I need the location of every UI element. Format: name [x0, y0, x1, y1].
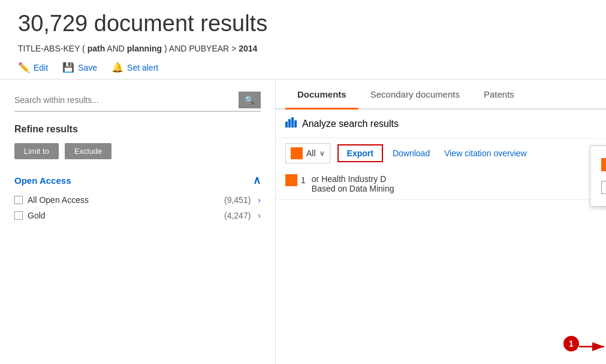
search-within-button[interactable]: 🔍 — [239, 92, 261, 108]
result-text-container: or Health Industry D Based on Data Minin… — [312, 174, 394, 193]
refine-buttons: Limit to Exclude — [14, 143, 261, 159]
exclude-button[interactable]: Exclude — [65, 143, 111, 159]
analyze-bar[interactable]: Analyze search results — [276, 110, 606, 138]
view-citation-button[interactable]: View citation overview — [437, 145, 533, 162]
filter-gold: Gold (4,247) › — [14, 211, 261, 220]
save-icon: 💾 — [62, 62, 74, 73]
svg-rect-0 — [285, 122, 288, 128]
edit-link[interactable]: ✏️ Edit — [18, 62, 48, 73]
save-link[interactable]: 💾 Save — [62, 62, 97, 73]
select-page-checkbox — [601, 181, 606, 194]
all-label: All — [306, 148, 316, 158]
filter-arrow-gold[interactable]: › — [258, 211, 261, 220]
filter-all-open-access: All Open Access (9,451) › — [14, 195, 261, 205]
results-title: 30,729 document results — [18, 11, 588, 37]
query-op-1: AND — [105, 44, 127, 53]
tab-secondary-documents[interactable]: Secondary documents — [358, 80, 472, 110]
result-checkbox[interactable] — [285, 174, 297, 186]
save-label: Save — [78, 63, 97, 72]
header: 30,729 document results TITLE-ABS-KEY ( … — [0, 0, 606, 80]
svg-rect-3 — [294, 120, 297, 128]
chevron-down-icon: ∨ — [319, 149, 325, 157]
filter-label-gold: Gold — [28, 211, 219, 220]
result-subtitle: Based on Data Mining — [312, 184, 394, 193]
all-checkbox — [291, 147, 303, 159]
result-title: or Health Industry D — [312, 174, 394, 184]
set-alert-link[interactable]: 🔔 Set alert — [111, 62, 158, 73]
bar-chart-icon — [285, 117, 297, 131]
open-access-label: Open Access — [14, 175, 71, 186]
select-dropdown: × Select all Select page — [590, 145, 606, 207]
action-links: ✏️ Edit 💾 Save 🔔 Set alert — [18, 62, 588, 73]
svg-rect-2 — [291, 117, 294, 128]
analyze-text: Analyze search results — [302, 119, 399, 129]
filter-count-all-oa: (9,451) — [224, 195, 251, 205]
edit-label: Edit — [34, 63, 48, 72]
sidebar: 🔍 Refine results Limit to Exclude Open A… — [0, 80, 276, 364]
annotation-badge-1: 1 — [563, 336, 579, 351]
tabs: Documents Secondary documents Patents — [276, 80, 606, 110]
refine-title: Refine results — [14, 124, 261, 135]
filter-checkbox-all-oa[interactable] — [14, 196, 23, 204]
select-page-item[interactable]: Select page — [599, 176, 606, 199]
download-button[interactable]: Download — [385, 145, 437, 162]
query-line: TITLE-ABS-KEY ( path AND planning ) AND … — [18, 44, 588, 53]
annotation-arrow-1 — [579, 341, 606, 353]
query-keyword-1: path — [88, 44, 105, 53]
right-content: Documents Secondary documents Patents An… — [276, 80, 606, 364]
search-within-container: 🔍 — [14, 92, 261, 112]
result-row: 1 or Health Industry D Based on Data Min… — [276, 168, 606, 200]
query-suffix: ) AND PUBYEAR > — [162, 44, 239, 53]
result-number-container: 1 — [285, 174, 306, 186]
filter-checkbox-gold[interactable] — [14, 211, 23, 220]
svg-rect-1 — [288, 119, 291, 128]
limit-to-button[interactable]: Limit to — [14, 143, 59, 159]
open-access-section[interactable]: Open Access ∧ — [14, 174, 261, 187]
tab-patents[interactable]: Patents — [472, 80, 526, 110]
filter-arrow-all-oa[interactable]: › — [258, 195, 261, 205]
tab-documents[interactable]: Documents — [285, 80, 358, 110]
filter-count-gold: (4,247) — [224, 211, 251, 220]
chevron-up-icon: ∧ — [253, 174, 261, 187]
query-keyword-2: planning — [127, 44, 162, 53]
query-year: 2014 — [239, 44, 257, 53]
filter-label-all-oa: All Open Access — [28, 195, 219, 205]
query-prefix: TITLE-ABS-KEY ( — [18, 44, 88, 53]
select-all-item[interactable]: Select all — [599, 153, 606, 176]
select-all-checkbox — [601, 158, 606, 171]
toolbar: All ∨ Export Download View citation over… — [276, 138, 606, 168]
main-content: 🔍 Refine results Limit to Exclude Open A… — [0, 80, 606, 364]
export-button[interactable]: Export — [337, 144, 383, 162]
alert-icon: 🔔 — [111, 62, 123, 73]
all-selector[interactable]: All ∨ — [285, 143, 330, 163]
search-within-input[interactable] — [14, 95, 239, 105]
result-index: 1 — [301, 175, 306, 185]
edit-icon: ✏️ — [18, 62, 30, 73]
set-alert-label: Set alert — [127, 63, 158, 72]
